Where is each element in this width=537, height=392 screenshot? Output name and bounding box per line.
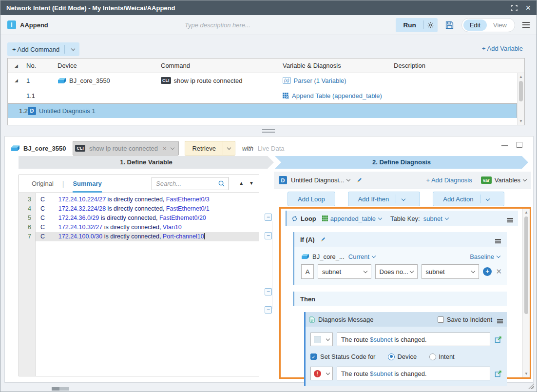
chevron-down-icon[interactable] (171, 145, 174, 149)
run-button[interactable]: Run (396, 21, 423, 29)
save-icon[interactable] (445, 20, 454, 30)
chevron-down-icon[interactable] (445, 216, 449, 219)
scroll-down-icon[interactable]: ▼ (518, 119, 524, 123)
search-icon[interactable] (218, 180, 225, 187)
run-settings-gear-icon[interactable] (424, 21, 438, 29)
message-menu-icon[interactable] (497, 319, 503, 323)
baseline-data-dropdown[interactable]: Baseline (470, 253, 494, 260)
right-operand-select[interactable]: subnet (422, 264, 479, 279)
line-content: C 172.24.32.224/28 is directly connected… (36, 204, 259, 214)
maximize-icon[interactable] (511, 5, 518, 11)
add-variable-button[interactable]: + Add Variable (482, 45, 523, 52)
collapse-loop-icon[interactable]: − (265, 214, 272, 221)
search-input[interactable] (152, 180, 218, 187)
variables-dropdown[interactable]: Variables (495, 176, 520, 184)
close-icon[interactable]: × (525, 3, 531, 12)
expand-toggle-icon[interactable]: ◢ (8, 78, 26, 83)
parser-link[interactable]: Parser (1 Variable) (294, 77, 346, 84)
table-key-dropdown[interactable]: subnet (423, 215, 442, 222)
panel-maximize-icon[interactable] (517, 142, 522, 148)
route-subnet: 172.24.10.224/27 (58, 196, 106, 203)
add-condition-icon[interactable]: + (483, 267, 492, 276)
remove-condition-icon[interactable]: ✕ (496, 267, 502, 276)
then-block-header[interactable]: Then (293, 292, 507, 306)
retrieve-button[interactable]: Retrieve (185, 141, 222, 156)
table-row[interactable]: 1.2DUntitled Diagnosis 1 (8, 103, 517, 118)
scroll-up-icon[interactable]: ▲ (523, 210, 530, 215)
condition-device-name: BJ_core_... (312, 253, 345, 260)
status-code-dropdown[interactable]: ! (310, 367, 333, 380)
next-match-icon[interactable]: ▼ (249, 180, 254, 186)
operator-select[interactable]: Does no... (375, 264, 418, 279)
expand-editor-icon[interactable] (495, 370, 502, 377)
code-viewer[interactable]: 3C 172.24.10.224/27 is directly connecte… (19, 193, 259, 376)
menu-icon[interactable] (522, 22, 530, 28)
save-to-incident-checkbox[interactable] (438, 316, 444, 323)
tab-summary[interactable]: Summary (73, 180, 101, 193)
step-define-variable[interactable]: 1. Define Variable (19, 156, 274, 169)
prev-match-icon[interactable]: ▲ (239, 180, 244, 186)
if-menu-icon[interactable] (495, 239, 501, 243)
loop-block-header[interactable]: Loop appended_table Table Key: subnet (286, 211, 518, 226)
scroll-down-icon[interactable]: ▼ (523, 372, 530, 376)
route-text: is directly connected, (99, 215, 159, 221)
diagnosis-scrollbar[interactable]: ▲ ▼ (522, 209, 530, 377)
intent-name: AAppend (20, 21, 48, 29)
status-message-input[interactable]: The route $subnet is changed. (337, 367, 490, 380)
message-input[interactable]: The route $subnet is changed. (337, 333, 490, 346)
cli-badge: CLI (75, 145, 85, 152)
diagnosis-message-header[interactable]: Diagnosis Message Save to Incident (306, 312, 507, 327)
table-scrollbar[interactable]: ▲ ▼ (517, 73, 524, 125)
horizontal-scrollbar-fragment[interactable] (52, 387, 69, 391)
description-input[interactable]: Type description here... (185, 21, 250, 29)
expand-editor-icon[interactable] (495, 336, 502, 343)
collapse-then-icon[interactable]: − (265, 288, 272, 295)
add-ifthen-button[interactable]: Add If-then (348, 192, 421, 206)
view-mode-button[interactable]: View (487, 20, 513, 31)
severity-dropdown[interactable] (310, 333, 333, 346)
tab-original[interactable]: Original (32, 180, 54, 187)
retrieve-dropdown-button[interactable] (223, 141, 235, 156)
collapse-if-icon[interactable]: − (265, 232, 272, 239)
add-diagnosis-button[interactable]: + Add Diagnosis (426, 176, 472, 184)
add-loop-button[interactable]: Add Loop (288, 192, 335, 206)
line-number: 5 (19, 214, 36, 223)
set-status-code-checkbox[interactable]: ✓ (310, 353, 317, 360)
step-define-diagnosis[interactable]: 2. Define Diagnosis (275, 156, 528, 169)
scroll-thumb[interactable] (524, 216, 528, 314)
table-row[interactable]: 1.1Append Table (appended_table) (8, 88, 517, 103)
append-table-link[interactable]: Append Table (appended_table) (292, 92, 382, 99)
panel-minimize-icon[interactable] (501, 145, 508, 146)
scroll-thumb[interactable] (519, 81, 523, 101)
chevron-down-icon[interactable] (497, 254, 500, 257)
radio-intent[interactable] (429, 353, 436, 360)
collapse-message-icon[interactable]: − (265, 306, 272, 314)
window-resize-grip[interactable] (528, 383, 534, 389)
diagnosis-name-dropdown[interactable]: Untitled Diagnosi... (291, 176, 344, 184)
add-command-button[interactable]: + Add Command (7, 42, 79, 56)
clear-input-icon[interactable]: × (163, 145, 167, 152)
left-operand-select[interactable]: subnet (318, 264, 371, 279)
command-input[interactable]: CLI show ip route connected × (73, 141, 179, 156)
edit-mode-button[interactable]: Edit (463, 20, 487, 31)
header-command: Command (161, 62, 283, 69)
splitter-grip[interactable] (262, 129, 275, 133)
chevron-down-icon[interactable] (523, 177, 527, 181)
diagnosis-link[interactable]: Untitled Diagnosis 1 (39, 107, 96, 115)
expand-all-icon[interactable]: ◢ (8, 63, 26, 68)
loop-menu-icon[interactable] (507, 218, 513, 222)
chevron-down-icon[interactable] (346, 177, 350, 181)
radio-device[interactable] (388, 353, 395, 360)
chevron-down-icon[interactable] (378, 216, 382, 219)
edit-pencil-icon[interactable] (356, 177, 363, 184)
message-variable: $subnet (370, 370, 392, 377)
if-block-header[interactable]: If (A) (294, 232, 507, 247)
table-row[interactable]: ◢1BJ_core_3550CLIshow ip route connected… (8, 73, 517, 88)
chevron-down-icon[interactable] (372, 254, 376, 257)
edit-pencil-icon[interactable] (320, 236, 326, 243)
loop-table-dropdown[interactable]: appended_table (330, 215, 376, 222)
current-data-dropdown[interactable]: Current (348, 253, 369, 260)
horizontal-splitter[interactable] (0, 125, 537, 136)
add-action-button[interactable]: Add Action (433, 192, 504, 206)
scroll-up-icon[interactable]: ▲ (518, 75, 524, 79)
